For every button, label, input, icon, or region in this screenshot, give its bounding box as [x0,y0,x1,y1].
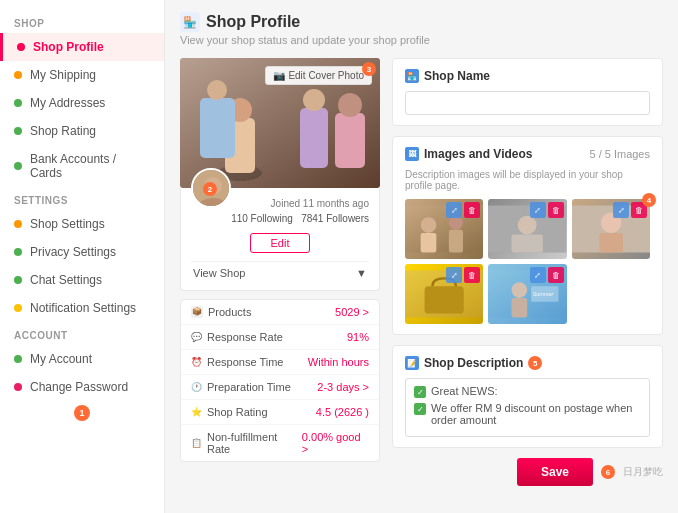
response-rate-value: 91% [347,331,369,343]
shop-description-section: 📝 Shop Description 5 ✓ Great NEWS: ✓ We … [392,345,663,448]
shop-name-section: 🏪 Shop Name [392,58,663,126]
images-description: Description images will be displayed in … [405,169,650,191]
sidebar-item-bank-accounts[interactable]: Bank Accounts / Cards [0,145,164,187]
sidebar-dot [14,248,22,256]
view-shop-label: View Shop [193,267,245,279]
thumb-4-resize-btn[interactable]: ⤢ [446,267,462,283]
sidebar-dot [17,43,25,51]
thumb-5-actions: ⤢ 🗑 [530,267,564,283]
thumb-4-delete-btn[interactable]: 🗑 [464,267,480,283]
save-button[interactable]: Save [517,458,593,486]
thumb-5-delete-btn[interactable]: 🗑 [548,267,564,283]
product-icon: 📦 [191,306,203,318]
content-grid: 3 📷 Edit Cover Photo [180,58,663,486]
sidebar-dot [14,220,22,228]
shop-description-content[interactable]: ✓ Great NEWS: ✓ We offer RM 9 discount o… [405,378,650,437]
sidebar-item-my-addresses[interactable]: My Addresses [0,89,164,117]
page-header: 🏪 Shop Profile View your shop status and… [180,12,663,46]
stat-row-response-rate: 💬 Response Rate 91% [181,325,379,350]
profile-section: 2 Joined 11 months ago 110 Following 784… [180,188,380,291]
edit-profile-button[interactable]: Edit [250,233,311,253]
thumb-3-actions: ⤢ 🗑 [613,202,647,218]
sidebar-dot [14,304,22,312]
sidebar-item-shop-rating[interactable]: Shop Rating [0,117,164,145]
svg-rect-25 [425,286,464,313]
sidebar-settings-section: SETTINGS [0,187,164,210]
shop-name-icon: 🏪 [405,69,419,83]
thumb-4-actions: ⤢ 🗑 [446,267,480,283]
svg-rect-6 [300,108,328,168]
shop-rating-value: 4.5 (2626 ) [316,406,369,418]
images-grid: 4 [405,199,650,324]
sidebar-shop-section: SHOP [0,10,164,33]
svg-point-27 [512,282,528,298]
badge-6: 6 [601,465,615,479]
svg-rect-17 [449,230,463,253]
sidebar-item-privacy-settings[interactable]: Privacy Settings [0,238,164,266]
thumb-1-resize-btn[interactable]: ⤢ [446,202,462,218]
svg-point-7 [303,89,325,111]
thumb-2-actions: ⤢ 🗑 [530,202,564,218]
sidebar-dot [14,162,22,170]
prep-icon: 🕐 [191,382,202,392]
page-subtitle: View your shop status and update your sh… [180,34,663,46]
sidebar-dot [14,127,22,135]
sidebar: SHOP Shop Profile My Shipping My Address… [0,0,165,513]
left-panel: 3 📷 Edit Cover Photo [180,58,380,486]
stat-row-nonfulfillment: 📋 Non-fulfillment Rate 0.00% good > [181,425,379,461]
sidebar-dot [14,383,22,391]
sidebar-dot [14,99,22,107]
thumb-1-delete-btn[interactable]: 🗑 [464,202,480,218]
sidebar-item-my-shipping[interactable]: My Shipping [0,61,164,89]
thumb-2-resize-btn[interactable]: ⤢ [530,202,546,218]
svg-point-19 [518,216,537,235]
svg-point-5 [207,80,227,100]
sidebar-account-section: ACCOUNT [0,322,164,345]
svg-rect-8 [335,113,365,168]
desc-title-text: Shop Description [424,356,523,370]
edit-cover-photo-button[interactable]: 📷 Edit Cover Photo [265,66,372,85]
response-time-value: Within hours [308,356,369,368]
camera-icon: 📷 [273,70,285,81]
thumb-2-delete-btn[interactable]: 🗑 [548,202,564,218]
sidebar-item-my-account[interactable]: My Account [0,345,164,373]
images-videos-section: 🖼 Images and Videos 5 / 5 Images Descrip… [392,136,663,335]
svg-text:Summer: Summer [533,291,554,297]
sidebar-item-shop-profile[interactable]: Shop Profile [0,33,164,61]
sidebar-item-chat-settings[interactable]: Chat Settings [0,266,164,294]
right-panel: 🏪 Shop Name 🖼 Images and Videos 5 / 5 Im… [392,58,663,486]
badge-5: 5 [528,356,542,370]
image-thumb-5[interactable]: Summer ⤢ 🗑 [488,264,566,324]
fulfill-icon: 📋 [191,438,202,448]
stats-list: 📦 Products 5029 > 💬 Response Rate 91% [180,299,380,462]
products-value: 5029 > [335,306,369,318]
watermark: 日月梦吃 [623,465,663,479]
desc-item-2: ✓ We offer RM 9 discount on postage when… [414,402,641,426]
thumb-3-resize-btn[interactable]: ⤢ [613,202,629,218]
stat-row-products[interactable]: 📦 Products 5029 > [181,300,379,325]
prep-time-value: 2-3 days > [317,381,369,393]
page-title: Shop Profile [206,13,300,31]
check-icon-1: ✓ [414,386,426,398]
image-thumb-2[interactable]: ⤢ 🗑 [488,199,566,259]
image-thumb-3[interactable]: ⤢ 🗑 [572,199,650,259]
svg-rect-23 [599,233,623,253]
time-icon: ⏰ [191,357,202,367]
sidebar-item-notification-settings[interactable]: Notification Settings [0,294,164,322]
svg-rect-20 [512,234,543,252]
stat-row-response-time: ⏰ Response Time Within hours [181,350,379,375]
thumb-5-resize-btn[interactable]: ⤢ [530,267,546,283]
sidebar-item-change-password[interactable]: Change Password [0,373,164,401]
sidebar-dot [14,71,22,79]
shop-name-title: Shop Name [424,69,490,83]
sidebar-item-shop-settings[interactable]: Shop Settings [0,210,164,238]
image-thumb-4[interactable]: ⤢ 🗑 [405,264,483,324]
thumb-1-actions: ⤢ 🗑 [446,202,480,218]
badge-3: 3 [362,62,376,76]
badge-2: 2 [203,182,217,196]
sidebar-dot [14,276,22,284]
stat-row-preparation-time: 🕐 Preparation Time 2-3 days > [181,375,379,400]
image-thumb-1[interactable]: ⤢ 🗑 [405,199,483,259]
view-shop-row[interactable]: View Shop ▼ [191,261,369,284]
shop-name-input[interactable] [405,91,650,115]
